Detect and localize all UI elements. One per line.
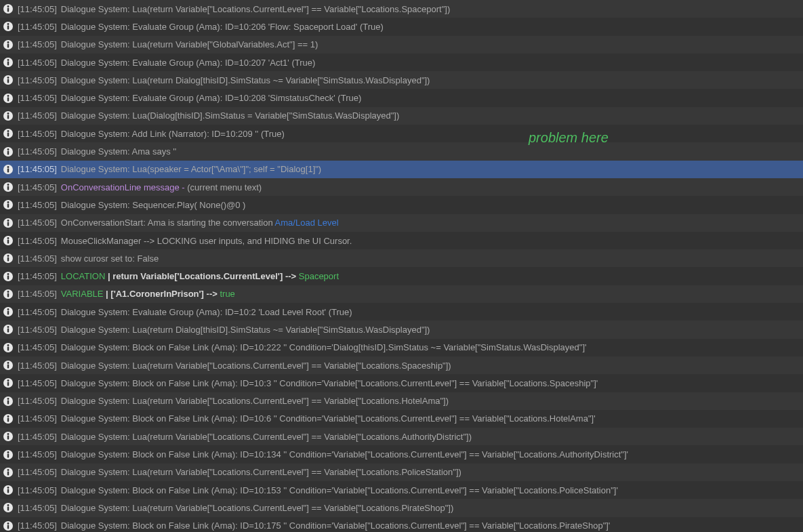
svg-point-46: [7, 273, 9, 275]
log-row[interactable]: [11:45:05] LOCATION | return Variable['L…: [0, 267, 803, 285]
log-row[interactable]: [11:45:05] Dialogue System: Lua(return V…: [0, 464, 803, 481]
log-timestamp: [11:45:05]: [18, 93, 57, 103]
log-message: Dialogue System: Evaluate Group (Ama): I…: [61, 93, 361, 103]
log-timestamp: [11:45:05]: [18, 4, 57, 14]
svg-rect-80: [7, 471, 9, 475]
log-message: Dialogue System: Sequencer.Play( None()@…: [61, 200, 246, 210]
info-icon: [3, 75, 14, 85]
log-message-part: Dialogue System: Block on False Link (Am…: [61, 485, 618, 495]
info-icon: [3, 57, 14, 68]
log-row[interactable]: [11:45:05] Dialogue System: Evaluate Gro…: [0, 18, 803, 35]
info-icon: [3, 21, 14, 32]
log-message-part: Dialogue System: Lua(return Dialog[thisI…: [61, 325, 430, 335]
log-message: Dialogue System: Ama says '': [61, 146, 176, 157]
info-icon: [3, 502, 14, 513]
log-timestamp: [11:45:05]: [18, 520, 57, 531]
log-row[interactable]: [11:45:05] Dialogue System: Block on Fal…: [0, 410, 803, 428]
svg-point-79: [7, 469, 9, 471]
log-row[interactable]: [11:45:05] Dialogue System: Lua(Dialog[t…: [0, 107, 803, 125]
log-row[interactable]: [11:45:05] Dialogue System: Evaluate Gro…: [0, 54, 803, 71]
log-message-part: show curosr set to: False: [61, 253, 159, 264]
log-message: show curosr set to: False: [61, 253, 159, 264]
svg-rect-35: [7, 204, 9, 208]
log-message: Dialogue System: Lua(Dialog[thisID].SimS…: [61, 110, 399, 121]
svg-rect-29: [7, 168, 9, 172]
log-row[interactable]: [11:45:05] MouseClickManager --> LOCKING…: [0, 232, 803, 249]
log-message-part: Dialogue System: Evaluate Group (Ama): I…: [61, 58, 316, 68]
log-message-part: Dialogue System: Block on False Link (Am…: [61, 413, 596, 424]
log-row[interactable]: [11:45:05] OnConversationStart: Ama is s…: [0, 214, 803, 232]
log-message-part: VARIABLE: [61, 289, 104, 299]
svg-rect-83: [7, 489, 9, 493]
log-message-part: true: [220, 289, 234, 299]
log-row[interactable]: [11:45:05] Dialogue System: Lua(return V…: [0, 428, 803, 445]
log-row[interactable]: [11:45:05] Dialogue System: Sequencer.Pl…: [0, 196, 803, 213]
svg-rect-56: [7, 329, 9, 333]
log-row[interactable]: [11:45:05] VARIABLE | ['A1.CoronerInPris…: [0, 285, 803, 303]
log-message-part: (current menu text): [187, 182, 262, 192]
log-message: Dialogue System: Lua(return Variable["Gl…: [61, 39, 318, 49]
log-row[interactable]: [11:45:05] Dialogue System: Ama says '': [0, 142, 803, 160]
log-message-part: Dialogue System: Lua(return Variable["Gl…: [61, 39, 318, 49]
svg-point-76: [7, 451, 9, 453]
info-icon: [3, 39, 14, 50]
svg-point-40: [7, 237, 9, 239]
info-icon: [3, 164, 14, 175]
log-row[interactable]: [11:45:05] Dialogue System: Lua(return D…: [0, 321, 803, 338]
svg-point-58: [7, 344, 9, 346]
svg-rect-77: [7, 453, 9, 457]
log-message-part: Spaceport: [299, 271, 339, 281]
log-row[interactable]: [11:45:05] Dialogue System: Add Link (Na…: [0, 125, 803, 142]
log-row[interactable]: [11:45:05] Dialogue System: Evaluate Gro…: [0, 89, 803, 106]
svg-point-25: [7, 148, 9, 150]
info-icon: [3, 235, 14, 246]
log-row[interactable]: [11:45:05] Dialogue System: Lua(return V…: [0, 392, 803, 410]
svg-rect-86: [7, 507, 9, 511]
svg-point-61: [7, 362, 9, 364]
info-icon: [3, 520, 14, 531]
log-row[interactable]: [11:45:05] Dialogue System: Lua(return V…: [0, 356, 803, 374]
log-row[interactable]: [11:45:05] Dialogue System: Block on Fal…: [0, 517, 803, 532]
log-message: Dialogue System: Evaluate Group (Ama): I…: [61, 58, 316, 68]
log-row[interactable]: [11:45:05] OnConversationLine message - …: [0, 178, 803, 196]
log-row[interactable]: [11:45:05] Dialogue System: Lua(return V…: [0, 0, 803, 18]
log-row[interactable]: [11:45:05] Dialogue System: Block on Fal…: [0, 481, 803, 499]
svg-rect-14: [7, 79, 9, 83]
log-message: Dialogue System: Block on False Link (Am…: [61, 342, 587, 352]
svg-point-73: [7, 433, 9, 435]
log-message-part: Dialogue System: Evaluate Group (Ama): I…: [61, 307, 352, 317]
svg-rect-71: [7, 418, 9, 422]
svg-rect-53: [7, 311, 9, 315]
log-timestamp: [11:45:05]: [18, 413, 57, 424]
log-row[interactable]: [11:45:05] Dialogue System: Evaluate Gro…: [0, 303, 803, 321]
log-row[interactable]: [11:45:05] Dialogue System: Lua(speaker …: [0, 161, 803, 178]
log-message-part: Dialogue System: Lua(return Variable["Lo…: [61, 396, 449, 406]
svg-point-22: [7, 130, 9, 132]
log-message: Dialogue System: Lua(return Variable["Lo…: [61, 4, 450, 14]
svg-rect-47: [7, 275, 9, 279]
log-timestamp: [11:45:05]: [18, 485, 57, 495]
svg-point-34: [7, 202, 9, 204]
svg-rect-2: [7, 8, 9, 12]
log-message: Dialogue System: Add Link (Narrator): ID…: [61, 129, 285, 139]
info-icon: [3, 146, 14, 157]
log-message: Dialogue System: Lua(return Dialog[thisI…: [61, 325, 430, 335]
log-row[interactable]: [11:45:05] Dialogue System: Lua(return D…: [0, 71, 803, 89]
log-timestamp: [11:45:05]: [18, 22, 57, 32]
svg-rect-26: [7, 150, 9, 155]
info-icon: [3, 413, 14, 424]
log-row[interactable]: [11:45:05] Dialogue System: Block on Fal…: [0, 445, 803, 463]
log-message: Dialogue System: Block on False Link (Am…: [61, 485, 618, 495]
log-row[interactable]: [11:45:05] Dialogue System: Lua(return V…: [0, 36, 803, 54]
info-icon: [3, 396, 14, 407]
info-icon: [3, 182, 14, 192]
log-row[interactable]: [11:45:05] Dialogue System: Block on Fal…: [0, 339, 803, 356]
log-row[interactable]: [11:45:05] show curosr set to: False: [0, 249, 803, 267]
svg-rect-23: [7, 133, 9, 137]
log-message-part: Dialogue System: Evaluate Group (Ama): I…: [61, 22, 384, 32]
info-icon: [3, 199, 14, 210]
log-row[interactable]: [11:45:05] Dialogue System: Block on Fal…: [0, 374, 803, 392]
svg-point-82: [7, 487, 9, 489]
log-row[interactable]: [11:45:05] Dialogue System: Lua(return V…: [0, 499, 803, 516]
log-message: Dialogue System: Evaluate Group (Ama): I…: [61, 22, 384, 32]
